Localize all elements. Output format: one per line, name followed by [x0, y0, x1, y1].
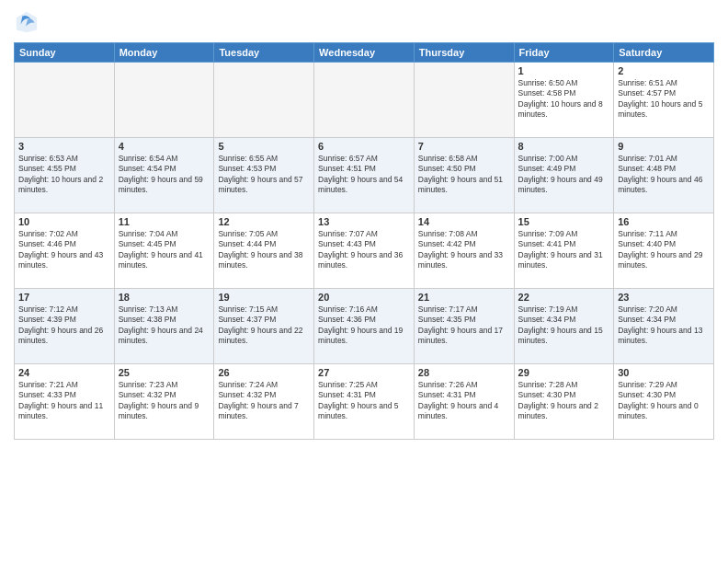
calendar-cell: 18Sunrise: 7:13 AM Sunset: 4:38 PM Dayli…: [114, 289, 214, 364]
calendar-cell: 21Sunrise: 7:17 AM Sunset: 4:35 PM Dayli…: [414, 289, 514, 364]
day-number: 26: [218, 367, 310, 378]
calendar-cell: 1Sunrise: 6:50 AM Sunset: 4:58 PM Daylig…: [514, 63, 614, 138]
day-number: 29: [518, 367, 610, 378]
day-info: Sunrise: 6:55 AM Sunset: 4:53 PM Dayligh…: [218, 154, 310, 196]
calendar: SundayMondayTuesdayWednesdayThursdayFrid…: [14, 42, 714, 440]
day-info: Sunrise: 7:24 AM Sunset: 4:32 PM Dayligh…: [218, 380, 310, 422]
weekday-header-friday: Friday: [514, 43, 614, 63]
day-number: 10: [18, 216, 110, 227]
calendar-cell: [114, 63, 214, 138]
day-info: Sunrise: 7:26 AM Sunset: 4:31 PM Dayligh…: [418, 380, 510, 422]
calendar-cell: 6Sunrise: 6:57 AM Sunset: 4:51 PM Daylig…: [314, 138, 415, 213]
day-info: Sunrise: 7:29 AM Sunset: 4:30 PM Dayligh…: [618, 380, 710, 422]
calendar-cell: 22Sunrise: 7:19 AM Sunset: 4:34 PM Dayli…: [514, 289, 614, 364]
day-info: Sunrise: 6:58 AM Sunset: 4:50 PM Dayligh…: [418, 154, 510, 196]
calendar-cell: 10Sunrise: 7:02 AM Sunset: 4:46 PM Dayli…: [15, 213, 115, 289]
day-info: Sunrise: 7:09 AM Sunset: 4:41 PM Dayligh…: [518, 229, 610, 271]
day-number: 21: [418, 292, 510, 303]
calendar-cell: 29Sunrise: 7:28 AM Sunset: 4:30 PM Dayli…: [514, 364, 614, 440]
calendar-cell: 30Sunrise: 7:29 AM Sunset: 4:30 PM Dayli…: [614, 364, 714, 440]
calendar-cell: 12Sunrise: 7:05 AM Sunset: 4:44 PM Dayli…: [214, 213, 314, 289]
calendar-cell: 26Sunrise: 7:24 AM Sunset: 4:32 PM Dayli…: [214, 364, 314, 440]
day-info: Sunrise: 7:13 AM Sunset: 4:38 PM Dayligh…: [119, 304, 210, 347]
day-number: 3: [18, 141, 110, 152]
day-info: Sunrise: 7:19 AM Sunset: 4:34 PM Dayligh…: [518, 304, 610, 347]
day-number: 17: [18, 292, 110, 303]
page: SundayMondayTuesdayWednesdayThursdayFrid…: [0, 0, 728, 563]
day-info: Sunrise: 6:53 AM Sunset: 4:55 PM Dayligh…: [18, 154, 110, 196]
day-info: Sunrise: 7:07 AM Sunset: 4:43 PM Dayligh…: [318, 229, 410, 271]
day-info: Sunrise: 6:57 AM Sunset: 4:51 PM Dayligh…: [318, 154, 410, 196]
calendar-cell: [414, 63, 514, 138]
calendar-cell: 20Sunrise: 7:16 AM Sunset: 4:36 PM Dayli…: [314, 289, 415, 364]
day-info: Sunrise: 6:51 AM Sunset: 4:57 PM Dayligh…: [618, 78, 710, 121]
day-info: Sunrise: 7:05 AM Sunset: 4:44 PM Dayligh…: [218, 229, 310, 271]
day-info: Sunrise: 7:02 AM Sunset: 4:46 PM Dayligh…: [18, 229, 110, 271]
calendar-cell: 8Sunrise: 7:00 AM Sunset: 4:49 PM Daylig…: [514, 138, 614, 213]
day-info: Sunrise: 7:20 AM Sunset: 4:34 PM Dayligh…: [618, 304, 710, 347]
calendar-cell: [214, 63, 314, 138]
day-number: 16: [618, 216, 710, 227]
day-number: 11: [119, 216, 210, 227]
calendar-cell: [15, 63, 115, 138]
calendar-cell: 19Sunrise: 7:15 AM Sunset: 4:37 PM Dayli…: [214, 289, 314, 364]
logo-icon: [14, 9, 40, 35]
day-number: 20: [318, 292, 410, 303]
day-number: 12: [218, 216, 310, 227]
day-info: Sunrise: 6:50 AM Sunset: 4:58 PM Dayligh…: [518, 78, 610, 121]
day-info: Sunrise: 7:11 AM Sunset: 4:40 PM Dayligh…: [618, 229, 710, 271]
weekday-header-tuesday: Tuesday: [214, 43, 314, 63]
weekday-header-wednesday: Wednesday: [314, 43, 415, 63]
day-info: Sunrise: 7:15 AM Sunset: 4:37 PM Dayligh…: [218, 304, 310, 347]
calendar-cell: 3Sunrise: 6:53 AM Sunset: 4:55 PM Daylig…: [15, 138, 115, 213]
calendar-cell: 15Sunrise: 7:09 AM Sunset: 4:41 PM Dayli…: [514, 213, 614, 289]
day-info: Sunrise: 7:21 AM Sunset: 4:33 PM Dayligh…: [18, 380, 110, 422]
calendar-cell: 25Sunrise: 7:23 AM Sunset: 4:32 PM Dayli…: [114, 364, 214, 440]
day-number: 27: [318, 367, 410, 378]
calendar-cell: 14Sunrise: 7:08 AM Sunset: 4:42 PM Dayli…: [414, 213, 514, 289]
calendar-cell: [314, 63, 415, 138]
day-number: 28: [418, 367, 510, 378]
calendar-cell: 23Sunrise: 7:20 AM Sunset: 4:34 PM Dayli…: [614, 289, 714, 364]
day-number: 7: [418, 141, 510, 152]
weekday-header-saturday: Saturday: [614, 43, 714, 63]
day-number: 2: [618, 65, 710, 76]
calendar-cell: 16Sunrise: 7:11 AM Sunset: 4:40 PM Dayli…: [614, 213, 714, 289]
day-number: 23: [618, 292, 710, 303]
day-number: 15: [518, 216, 610, 227]
day-number: 22: [518, 292, 610, 303]
day-info: Sunrise: 7:16 AM Sunset: 4:36 PM Dayligh…: [318, 304, 410, 347]
logo: [14, 9, 43, 35]
day-number: 4: [119, 141, 210, 152]
day-number: 6: [318, 141, 410, 152]
day-info: Sunrise: 7:01 AM Sunset: 4:48 PM Dayligh…: [618, 154, 710, 196]
day-info: Sunrise: 7:17 AM Sunset: 4:35 PM Dayligh…: [418, 304, 510, 347]
day-info: Sunrise: 7:04 AM Sunset: 4:45 PM Dayligh…: [119, 229, 210, 271]
day-number: 1: [518, 65, 610, 76]
day-number: 18: [119, 292, 210, 303]
calendar-cell: 27Sunrise: 7:25 AM Sunset: 4:31 PM Dayli…: [314, 364, 415, 440]
day-number: 30: [618, 367, 710, 378]
day-info: Sunrise: 6:54 AM Sunset: 4:54 PM Dayligh…: [119, 154, 210, 196]
day-number: 5: [218, 141, 310, 152]
header: [14, 9, 714, 35]
day-info: Sunrise: 7:00 AM Sunset: 4:49 PM Dayligh…: [518, 154, 610, 196]
calendar-cell: 7Sunrise: 6:58 AM Sunset: 4:50 PM Daylig…: [414, 138, 514, 213]
calendar-cell: 11Sunrise: 7:04 AM Sunset: 4:45 PM Dayli…: [114, 213, 214, 289]
day-number: 25: [119, 367, 210, 378]
calendar-cell: 5Sunrise: 6:55 AM Sunset: 4:53 PM Daylig…: [214, 138, 314, 213]
day-info: Sunrise: 7:08 AM Sunset: 4:42 PM Dayligh…: [418, 229, 510, 271]
calendar-cell: 17Sunrise: 7:12 AM Sunset: 4:39 PM Dayli…: [15, 289, 115, 364]
calendar-cell: 2Sunrise: 6:51 AM Sunset: 4:57 PM Daylig…: [614, 63, 714, 138]
calendar-cell: 28Sunrise: 7:26 AM Sunset: 4:31 PM Dayli…: [414, 364, 514, 440]
day-number: 24: [18, 367, 110, 378]
day-number: 19: [218, 292, 310, 303]
weekday-header-sunday: Sunday: [15, 43, 115, 63]
day-info: Sunrise: 7:12 AM Sunset: 4:39 PM Dayligh…: [18, 304, 110, 347]
day-info: Sunrise: 7:25 AM Sunset: 4:31 PM Dayligh…: [318, 380, 410, 422]
calendar-cell: 24Sunrise: 7:21 AM Sunset: 4:33 PM Dayli…: [15, 364, 115, 440]
day-number: 13: [318, 216, 410, 227]
day-number: 14: [418, 216, 510, 227]
day-number: 8: [518, 141, 610, 152]
calendar-cell: 9Sunrise: 7:01 AM Sunset: 4:48 PM Daylig…: [614, 138, 714, 213]
